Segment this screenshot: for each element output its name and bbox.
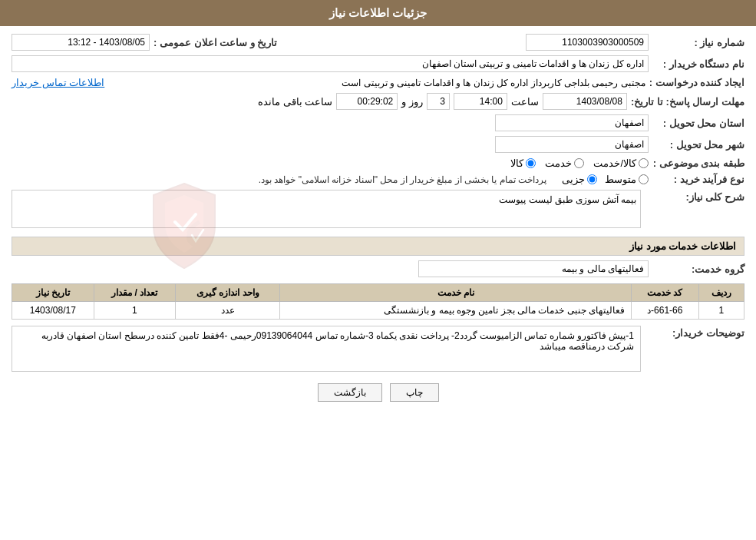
org-name-label: نام دستگاه خریدار : [652,58,744,70]
category-radio-khedmat[interactable] [574,158,584,168]
creator-value: مجتبی رحیمی بلداجی کاربرداز اداره کل زند… [108,78,645,88]
service-group-input[interactable] [418,260,649,277]
purchase-type-radio-motawaset[interactable] [639,174,649,184]
deadline-time-input[interactable] [454,93,507,110]
services-table: ردیف کد خدمت نام خدمت واحد اندازه گیری ت… [12,283,744,320]
col-header-row: ردیف [698,284,744,302]
city-row: شهر محل تحویل : [12,136,744,153]
category-option-kala[interactable]: کالا [510,157,536,169]
cell-count: 1 [94,302,175,320]
col-header-date: تاریخ نیاز [12,284,94,302]
cell-unit: عدد [176,302,280,320]
deadline-remaining-label: ساعت باقی مانده [258,96,332,108]
col-header-name: نام خدمت [280,284,632,302]
need-number-input[interactable] [526,34,649,51]
purchase-type-option-jozi[interactable]: جزیی [562,174,597,185]
col-header-unit: واحد اندازه گیری [176,284,280,302]
category-label-kala-khedmat: کالا/خدمت [593,157,636,169]
category-label-kala: کالا [510,157,523,169]
buyer-notes-label: توضیحات خریدار: [645,326,744,339]
purchase-type-group: متوسط جزیی پرداخت تمام یا بخشی از مبلغ خ… [259,174,649,185]
purchase-type-radio-jozi[interactable] [587,174,597,184]
category-option-khedmat[interactable]: خدمت [545,157,584,169]
col-header-code: کد خدمت [631,284,698,302]
purchase-type-label-jozi: جزیی [562,174,585,185]
service-group-row: گروه خدمت: [12,260,744,277]
table-row: 1 661-66-د فعالیتهای جنبی خدمات مالی بجز… [12,302,744,320]
deadline-row: مهلت ارسال پاسخ: تا تاریخ: ساعت روز و سا… [12,93,744,110]
creator-contact-link[interactable]: اطلاعات تماس خریدار [12,77,104,88]
category-radio-group: کالا/خدمت خدمت کالا [510,157,649,169]
org-name-row: نام دستگاه خریدار : [12,55,744,72]
deadline-remaining-input[interactable] [336,93,398,110]
cell-code: 661-66-د [631,302,698,320]
deadline-days-input[interactable] [427,93,450,110]
page-header: جزئیات اطلاعات نیاز [0,0,756,26]
need-number-label: شماره نیاز : [652,37,744,48]
org-name-input[interactable] [12,55,649,72]
purchase-type-row: نوع فرآیند خرید : متوسط جزیی پرداخت تمام… [12,174,744,185]
category-radio-kala-khedmat[interactable] [639,158,649,168]
category-radio-kala[interactable] [526,158,536,168]
action-buttons: چاپ بازگشت [12,383,744,402]
buyer-notes-row: توضیحات خریدار: 1-پیش فاکتورو شماره تماس… [12,326,744,372]
deadline-days-label: روز و [401,96,423,108]
category-label: طبقه بندی موضوعی : [652,157,744,169]
buyer-notes-content: 1-پیش فاکتورو شماره تماس الزامیوست گردد2… [12,326,641,372]
cell-name: فعالیتهای جنبی خدمات مالی بجز تامین وجوه… [280,302,632,320]
cell-date: 1403/08/17 [12,302,94,320]
col-header-count: تعداد / مقدار [94,284,175,302]
deadline-label: مهلت ارسال پاسخ: تا تاریخ: [631,96,744,108]
services-section-title: اطلاعات خدمات مورد نیاز [12,237,744,256]
cell-row-num: 1 [698,302,744,320]
purchase-type-option-motawaset[interactable]: متوسط [605,174,649,185]
announce-date-label: تاریخ و ساعت اعلان عمومی : [154,37,277,48]
province-label: استان محل تحویل : [652,118,744,129]
service-group-label: گروه خدمت: [652,263,744,275]
need-number-row: شماره نیاز : تاریخ و ساعت اعلان عمومی : [12,34,744,51]
province-row: استان محل تحویل : [12,114,744,131]
creator-label: ایجاد کننده درخواست : [649,77,744,88]
services-table-container: ردیف کد خدمت نام خدمت واحد اندازه گیری ت… [12,283,744,320]
announce-date-input[interactable] [12,34,150,51]
deadline-time-label: ساعت [511,96,539,108]
category-option-kala-khedmat[interactable]: کالا/خدمت [593,157,649,169]
need-desc-row: شرح کلی نیاز: بیمه آتش سوزی طبق لیست پیو… [12,190,744,230]
back-button[interactable]: بازگشت [318,383,382,402]
need-desc-label: شرح کلی نیاز: [645,190,744,203]
purchase-type-label-motawaset: متوسط [605,174,636,185]
category-row: طبقه بندی موضوعی : کالا/خدمت خدمت کالا [12,157,744,169]
purchase-desc: پرداخت تمام یا بخشی از مبلغ خریدار از مح… [259,174,546,185]
page-title: جزئیات اطلاعات نیاز [329,6,427,19]
print-button[interactable]: چاپ [390,383,439,402]
purchase-type-label: نوع فرآیند خرید : [652,174,744,185]
creator-row: ایجاد کننده درخواست : مجتبی رحیمی بلداجی… [12,77,744,88]
city-input[interactable] [495,136,649,153]
deadline-date-input[interactable] [543,93,627,110]
category-label-khedmat: خدمت [545,157,572,169]
city-label: شهر محل تحویل : [652,139,744,151]
need-desc-textarea[interactable]: بیمه آتش سوزی طبق لیست پیوست [12,190,641,228]
province-input[interactable] [495,114,649,131]
